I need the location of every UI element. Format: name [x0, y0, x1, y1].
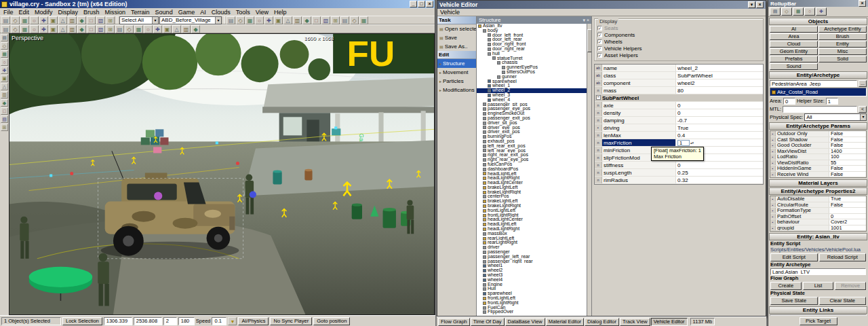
param-row[interactable]: ▪Outdoor OnlyFalse — [770, 131, 866, 137]
pos-y-field[interactable]: 2536.808 — [134, 317, 162, 325]
tab-time-of-day[interactable]: Time Of Day — [471, 318, 505, 326]
flowgraph-remove-button[interactable]: Remove — [835, 282, 866, 290]
speed-field[interactable]: 0.1 — [212, 317, 226, 325]
open-file-icon[interactable]: ◇ — [11, 16, 20, 24]
panel-menu-icon[interactable]: ▾ — [583, 18, 585, 23]
collapse-icon[interactable]: − — [596, 95, 601, 100]
prop-group-row[interactable]: −SubPartWheel — [595, 94, 763, 102]
zoom-extents-icon[interactable]: ○ — [1, 58, 8, 66]
panel-close-icon[interactable]: × — [587, 18, 589, 23]
top-view-icon[interactable]: ✚ — [1, 67, 8, 74]
pos-x-field[interactable]: 1306.339 — [104, 317, 132, 325]
save-icon[interactable]: ▦ — [20, 16, 29, 24]
undo-icon[interactable]: ✚ — [39, 16, 48, 24]
tree-item[interactable]: headLightCenter — [477, 181, 587, 185]
vegetation-icon[interactable]: ▦ — [20, 25, 29, 33]
tree-item[interactable]: burningPos — [477, 134, 587, 139]
create-solid-button[interactable]: Solid — [818, 56, 867, 62]
prop-row[interactable]: nlenMax0.4 — [595, 132, 763, 139]
tree-item[interactable]: Engine — [477, 283, 587, 287]
tree-item[interactable]: wheel1 — [477, 264, 587, 268]
cut-icon[interactable]: △ — [58, 16, 67, 24]
pick-target-button[interactable]: Pick Target — [800, 317, 837, 325]
show-grid-icon[interactable]: □ — [1, 107, 8, 115]
tree-item[interactable]: wheel3 — [477, 273, 587, 278]
wireframe-toggle-icon[interactable]: ▥ — [182, 25, 191, 33]
task-save[interactable]: ▤Save — [437, 33, 476, 42]
zoom-view-icon[interactable]: ▦ — [1, 50, 8, 58]
tree-item[interactable]: passenger_sit_pos — [477, 103, 587, 107]
prop-row[interactable]: abcomponentwheel2 — [595, 79, 763, 87]
create-ai-button[interactable]: AI — [770, 26, 818, 33]
checkbox-asset-helpers[interactable]: ✓ — [597, 53, 602, 58]
menu-brush[interactable]: Brush — [81, 9, 102, 16]
tree-item[interactable]: door_right_front — [477, 42, 587, 47]
tree-item[interactable]: brakeLightRight — [477, 190, 587, 195]
tree-item[interactable]: gunnerEyePos — [477, 65, 587, 70]
console-icon[interactable]: ✚ — [153, 25, 162, 33]
grid-toggle-icon[interactable]: △ — [172, 25, 181, 33]
menu-vehicle[interactable]: Vehicle — [437, 9, 462, 16]
simulate-icon[interactable]: ▤ — [340, 16, 349, 24]
prop-row[interactable]: ▪drivingTrue — [595, 124, 763, 132]
param-row[interactable]: ▪groupid1001 — [770, 225, 866, 232]
new-file-icon[interactable]: ▤ — [1, 16, 10, 24]
pin-icon[interactable]: ▾ — [748, 1, 755, 8]
snap-to-grid-icon[interactable]: ◇ — [236, 16, 245, 24]
lock-y-axis-icon[interactable]: □ — [312, 16, 321, 24]
ruler-icon[interactable]: ○ — [255, 16, 264, 24]
tree-item[interactable]: driver_exit_pos — [477, 130, 587, 134]
speed-preset-icon[interactable]: ▾ — [228, 317, 237, 325]
ai-physics-button[interactable]: AI/Physics — [238, 317, 269, 325]
edit-script-button[interactable]: Edit Script — [770, 253, 818, 261]
param-row[interactable]: ▪AutoDisableTrue — [770, 196, 866, 202]
checkbox-vehicle-helpers[interactable]: ✓ — [597, 46, 602, 51]
prop-row[interactable]: nmass80 — [595, 87, 763, 94]
mtl-field[interactable] — [783, 106, 857, 113]
tree-item[interactable]: wheel4 — [477, 278, 587, 283]
archetype-list[interactable]: Akz_Costal_Road — [770, 88, 867, 96]
tree-item[interactable]: left_rear_exit_pos — [477, 144, 587, 149]
param-row[interactable]: ▪CircularRouteFalse — [770, 202, 866, 209]
wireframe-icon[interactable]: ◆ — [1, 99, 8, 107]
tree-item[interactable]: headLightLeft — [477, 222, 587, 227]
tree-item[interactable]: brakeLightRight — [477, 204, 587, 209]
prop-value[interactable]: 1▴▾ — [676, 139, 763, 146]
helper-size-field[interactable]: 1 — [826, 98, 838, 105]
archetype-list-selected-item[interactable]: Akz_Costal_Road — [770, 88, 866, 96]
delete-icon[interactable]: □ — [87, 16, 96, 24]
particle-editor-icon[interactable]: ▧ — [96, 25, 105, 33]
params-rollout-header[interactable]: Entity/Archetype Params — [769, 122, 867, 130]
move-mode-icon[interactable]: ▣ — [274, 16, 283, 24]
entity-rollout-header[interactable]: Entity: Asian_ltv — [769, 233, 867, 240]
tree-item[interactable]: driver_eye_pos — [477, 126, 587, 130]
tree-item[interactable]: gunner — [477, 75, 587, 79]
tree-item[interactable]: door_left_front — [477, 33, 587, 38]
follow-terrain-icon[interactable]: ▤ — [226, 16, 235, 24]
tree-item[interactable]: passenger_right_rear — [477, 259, 587, 264]
tree-item[interactable]: left_rear_eye_pos — [477, 149, 587, 153]
prop-row[interactable]: nrimRadius0.32 — [595, 177, 763, 184]
param-row[interactable]: ▪FormationType — [770, 208, 866, 214]
scale-mode-icon[interactable]: ▥ — [293, 16, 302, 24]
prop-row[interactable]: ndensity0 — [595, 109, 763, 117]
tree-item[interactable]: engineSmokeOut — [477, 111, 587, 116]
archetype-editor-icon[interactable]: ⊞ — [106, 25, 115, 33]
vehicle-editor-titlebar[interactable]: Vehicle Editor ▾ × — [437, 1, 766, 9]
entity-links-table[interactable]: Link Name Entity — [770, 314, 867, 316]
redo-icon[interactable]: ▣ — [49, 16, 58, 24]
layers-tab-icon[interactable]: ✚ — [816, 7, 827, 16]
material-editor-icon[interactable]: □ — [87, 25, 96, 33]
create-sound-button[interactable]: Sound — [770, 63, 818, 70]
title-bar[interactable]: village.cry - Sandbox 2 (tm) (x64 Editio… — [0, 0, 435, 8]
tree-item[interactable]: driver_sit_pos — [477, 121, 587, 126]
param-row[interactable]: ▪behaviourCover2 — [770, 219, 866, 225]
tree-item[interactable]: exhaust_pos — [477, 139, 587, 144]
tree-item[interactable]: wheel_1 — [477, 84, 587, 88]
screenshot-icon[interactable]: ▦ — [134, 25, 143, 33]
export-level-icon[interactable]: ○ — [30, 16, 39, 24]
tree-item[interactable]: rearLightRight — [477, 240, 587, 245]
snap-angle-icon[interactable]: ▦ — [245, 16, 254, 24]
maximize-viewport-icon[interactable]: ⊞ — [1, 124, 8, 131]
create-prefabs-button[interactable]: Prefabs — [770, 56, 818, 62]
